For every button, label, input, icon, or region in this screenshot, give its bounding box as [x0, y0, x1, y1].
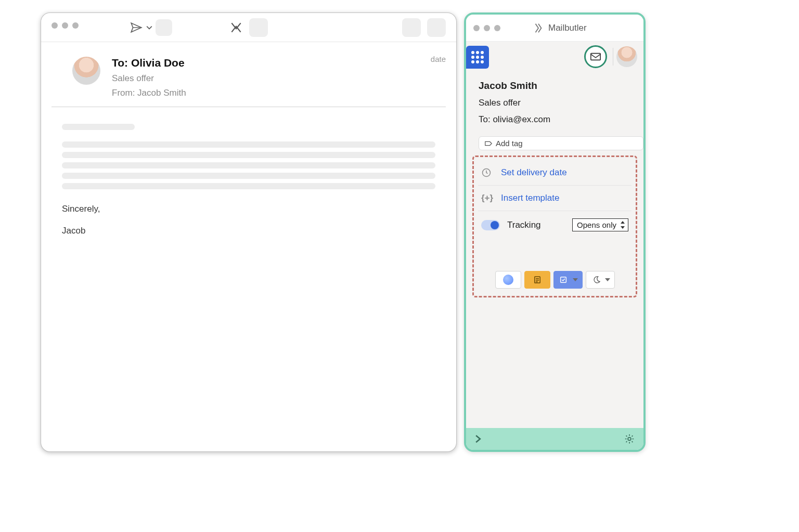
window-traffic-lights[interactable] — [473, 25, 500, 31]
apps-grid-button[interactable] — [466, 46, 489, 69]
note-chip[interactable] — [524, 271, 550, 289]
add-tag-label: Add tag — [496, 139, 523, 148]
toolbar-placeholder-button[interactable] — [156, 19, 172, 36]
body-placeholder — [62, 162, 435, 168]
tag-icon — [484, 140, 493, 147]
svg-point-4 — [628, 437, 631, 440]
app-title: Mailbutler — [533, 22, 587, 34]
from-line: From: Jacob Smith — [112, 88, 186, 98]
chevron-right-icon — [474, 434, 482, 444]
panel-footer — [466, 428, 643, 450]
signature-text: Jacob — [62, 226, 435, 236]
close-icon[interactable] — [473, 25, 480, 31]
body-placeholder — [62, 183, 435, 189]
contact-name: Jacob Smith — [479, 80, 631, 92]
apps-grid-icon — [471, 51, 484, 63]
chevron-down-icon[interactable] — [146, 24, 152, 31]
clock-icon — [481, 167, 493, 178]
tracking-toggle[interactable] — [481, 220, 500, 230]
tracking-label: Tracking — [507, 220, 541, 230]
highlighted-actions: Set delivery date {+} Insert template Tr… — [472, 155, 637, 297]
to-line: To: Olivia Doe — [112, 57, 186, 69]
template-icon: {+} — [481, 193, 493, 203]
send-button[interactable] — [130, 19, 172, 36]
panel-info: Jacob Smith Sales offer To: olivia@ex.co… — [466, 74, 643, 130]
toolbar-placeholder-button[interactable] — [249, 18, 268, 37]
moon-icon — [592, 276, 601, 284]
divider — [613, 48, 613, 66]
add-tag-button[interactable]: Add tag — [479, 136, 643, 150]
date-label: date — [431, 55, 446, 63]
contact-chip[interactable] — [495, 271, 521, 289]
minimize-icon[interactable] — [484, 25, 490, 31]
body-placeholder — [62, 152, 435, 158]
mailbutler-logo-icon — [533, 22, 544, 34]
compose-body[interactable]: Sincerely, Jacob — [41, 107, 456, 249]
tracking-row: Tracking Opens only — [478, 211, 632, 235]
recipient-avatar — [72, 57, 100, 85]
body-placeholder — [62, 124, 135, 130]
task-chip[interactable] — [553, 271, 583, 289]
subject-line: Sales offer — [112, 73, 186, 84]
note-icon — [533, 275, 542, 284]
compose-toolbar — [41, 13, 456, 42]
message-mode-button[interactable] — [584, 45, 607, 68]
settings-button[interactable] — [624, 433, 635, 445]
tracking-mode-select[interactable]: Opens only — [572, 218, 628, 231]
mailbutler-compose-icon[interactable] — [229, 21, 243, 34]
panel-titlebar: Mailbutler — [466, 15, 643, 42]
svg-rect-3 — [560, 277, 566, 283]
mailbutler-panel: Mailbutler Jacob Smith Sales offer To: o… — [464, 12, 646, 452]
gear-icon — [624, 433, 635, 445]
toolbar-placeholder-button[interactable] — [402, 18, 421, 37]
envelope-icon — [590, 51, 601, 62]
svg-rect-0 — [591, 54, 600, 60]
compose-window: To: Olivia Doe Sales offer From: Jacob S… — [41, 12, 457, 452]
zoom-icon[interactable] — [72, 22, 79, 29]
body-placeholder — [62, 141, 435, 148]
app-title-text: Mailbutler — [548, 23, 587, 33]
insert-template-label: Insert template — [501, 193, 559, 203]
compose-header: To: Olivia Doe Sales offer From: Jacob S… — [51, 42, 446, 107]
send-icon — [130, 21, 143, 34]
toolbar-placeholder-button[interactable] — [427, 18, 446, 37]
panel-subject: Sales offer — [479, 98, 631, 108]
contact-orb-icon — [503, 275, 513, 285]
tracking-mode-value: Opens only — [577, 220, 616, 229]
user-avatar[interactable] — [616, 46, 637, 67]
insert-template-button[interactable]: {+} Insert template — [478, 186, 632, 211]
zoom-icon[interactable] — [494, 25, 500, 31]
panel-icon-row — [466, 42, 643, 74]
expand-button[interactable] — [474, 434, 482, 444]
body-placeholder — [62, 173, 435, 179]
set-delivery-date-label: Set delivery date — [501, 167, 567, 178]
mini-action-bar — [478, 271, 632, 289]
snooze-chip[interactable] — [586, 271, 615, 289]
task-check-icon — [559, 276, 568, 284]
set-delivery-date-button[interactable]: Set delivery date — [478, 160, 632, 186]
close-icon[interactable] — [51, 22, 58, 29]
closing-text: Sincerely, — [62, 204, 435, 214]
window-traffic-lights[interactable] — [51, 22, 79, 29]
minimize-icon[interactable] — [62, 22, 68, 29]
panel-to-line: To: olivia@ex.com — [479, 114, 631, 125]
